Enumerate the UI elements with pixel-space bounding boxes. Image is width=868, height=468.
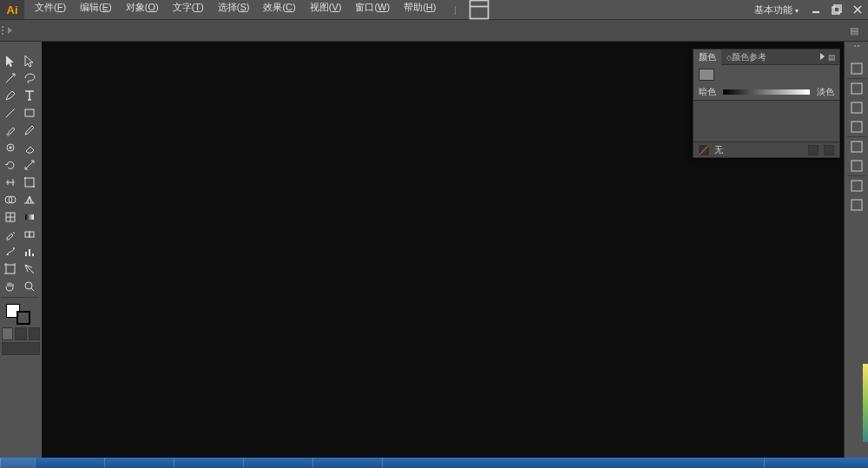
tool-direct-selection[interactable] (20, 52, 39, 69)
draw-mode-row (1, 326, 41, 341)
graphic-styles-panel-icon[interactable] (847, 156, 866, 175)
fill-stroke-swatch[interactable] (1, 302, 41, 326)
draw-behind[interactable] (15, 327, 26, 340)
taskbar-item[interactable] (174, 458, 243, 468)
taskbar-item[interactable] (243, 458, 312, 468)
save-to-swatches-icon[interactable] (824, 145, 834, 155)
panel-collapse-icon[interactable] (820, 53, 825, 60)
workspace-switcher[interactable]: 基本功能 ▾ (747, 0, 806, 19)
tool-mesh[interactable] (1, 208, 20, 226)
layers-panel-icon[interactable] (847, 195, 866, 214)
minimize-button[interactable] (806, 2, 826, 17)
none-swatch-icon[interactable] (699, 145, 711, 155)
control-bar-grip[interactable] (0, 20, 7, 41)
menu-select[interactable]: 选择(S) (211, 0, 257, 16)
tool-slice[interactable] (20, 260, 39, 278)
menu-file[interactable]: 文件(F) (28, 0, 73, 16)
stroke-panel-icon[interactable] (847, 137, 866, 156)
swatches-panel-icon[interactable] (847, 79, 866, 98)
tool-eyedropper[interactable] (1, 226, 20, 243)
tool-eraser[interactable] (20, 139, 39, 156)
tool-perspective-grid[interactable] (20, 191, 39, 208)
tool-width[interactable] (1, 174, 20, 191)
menu-window[interactable]: 窗口(W) (348, 0, 397, 16)
color-spectrum-strip[interactable] (863, 364, 868, 442)
control-bar-menu-icon[interactable]: ▤ (845, 22, 863, 39)
menu-type[interactable]: 文字(T) (166, 0, 211, 16)
menu-edit[interactable]: 编辑(E) (73, 0, 119, 16)
taskbar-item[interactable] (35, 458, 104, 468)
tool-scale[interactable] (20, 156, 39, 174)
maximize-button[interactable] (826, 2, 847, 17)
menu-effect[interactable]: 效果(C) (256, 0, 302, 16)
svg-line-7 (6, 109, 15, 117)
svg-point-10 (10, 147, 12, 149)
menu-help[interactable]: 帮助(H) (397, 0, 443, 16)
svg-point-21 (7, 254, 9, 255)
tools-panel (0, 42, 42, 458)
draw-normal[interactable] (2, 327, 13, 340)
tool-shape-builder[interactable] (1, 191, 20, 208)
svg-rect-0 (470, 1, 489, 19)
os-taskbar (0, 458, 868, 468)
svg-rect-31 (852, 181, 862, 191)
svg-rect-32 (852, 200, 862, 210)
taskbar-space (382, 458, 764, 468)
close-button[interactable] (847, 2, 868, 17)
panel-controls: ▤ (820, 53, 839, 62)
control-bar: ▤ (0, 19, 868, 42)
tint-slider-row: 暗色 淡色 (699, 86, 834, 98)
draw-inside[interactable] (29, 327, 40, 340)
fill-stroke-preview[interactable] (699, 69, 714, 81)
tool-selection[interactable] (1, 52, 20, 69)
tint-slider[interactable] (723, 89, 810, 95)
tool-gradient[interactable] (20, 208, 39, 226)
tool-rectangle[interactable] (20, 104, 39, 122)
taskbar-tray[interactable] (764, 458, 868, 468)
dock-grip[interactable] (850, 45, 864, 49)
tool-line-segment[interactable] (1, 104, 20, 122)
tool-free-transform[interactable] (20, 174, 39, 191)
tool-type[interactable] (20, 87, 39, 104)
tool-column-graph[interactable] (20, 243, 39, 260)
svg-point-23 (25, 282, 32, 289)
tool-pen[interactable] (1, 87, 20, 104)
menu-object[interactable]: 对象(O) (119, 0, 166, 16)
taskbar-start[interactable] (0, 458, 35, 468)
new-color-group-icon[interactable] (808, 145, 819, 155)
tool-zoom[interactable] (20, 278, 39, 295)
taskbar-item[interactable] (104, 458, 174, 468)
tool-symbol-sprayer[interactable] (1, 243, 20, 260)
tab-color-guide[interactable]: ◇颜色参考 (721, 49, 772, 65)
arrange-documents-icon[interactable] (467, 0, 491, 22)
color-panel-icon[interactable] (847, 59, 866, 78)
taskbar-item[interactable] (312, 458, 382, 468)
screen-mode-row (1, 341, 41, 356)
brush-panel-icon[interactable] (847, 98, 866, 117)
tool-blend[interactable] (20, 226, 39, 243)
svg-rect-26 (852, 83, 862, 94)
svg-rect-19 (30, 232, 34, 237)
panel-menu-icon[interactable]: ▤ (828, 53, 836, 62)
app-icon-text: Ai (7, 3, 18, 16)
tool-artboard[interactable] (1, 260, 20, 278)
tool-pencil[interactable] (20, 122, 39, 139)
color-panel: 颜色 ◇颜色参考 ▤ 暗色 淡色 无 (693, 49, 840, 158)
tool-lasso[interactable] (20, 69, 39, 87)
tool-blob-brush[interactable] (1, 139, 20, 156)
tools-grip[interactable] (0, 42, 42, 50)
tool-rotate[interactable] (1, 156, 20, 174)
svg-rect-27 (852, 102, 862, 113)
screen-mode[interactable] (2, 342, 40, 355)
tab-color[interactable]: 颜色 (694, 49, 721, 65)
harmony-swatches[interactable] (694, 100, 839, 142)
menu-view[interactable]: 视图(V) (303, 0, 349, 16)
svg-rect-4 (834, 5, 841, 12)
appearance-panel-icon[interactable] (847, 176, 866, 195)
symbols-panel-icon[interactable] (847, 117, 866, 136)
tool-hand[interactable] (1, 278, 20, 295)
svg-rect-22 (6, 265, 15, 274)
tool-paintbrush[interactable] (1, 122, 20, 139)
tool-magic-wand[interactable] (1, 69, 20, 87)
svg-rect-11 (25, 178, 34, 187)
